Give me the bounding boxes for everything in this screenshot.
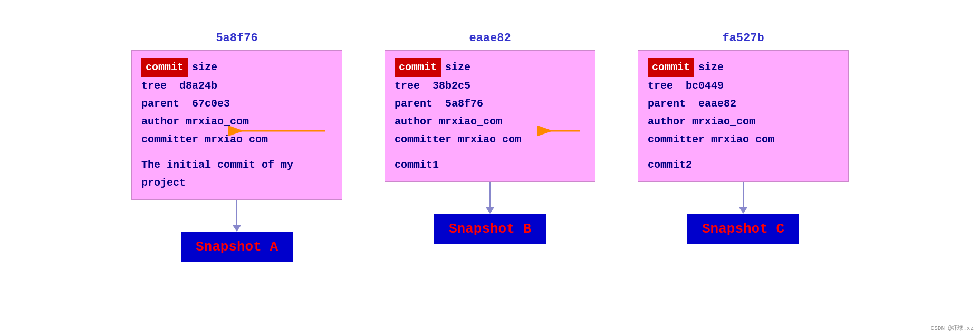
committer-key-3: committer (648, 133, 705, 146)
arrow-down-3 (743, 182, 744, 214)
size-label-2: size (445, 61, 470, 73)
author-val-3: mrxiao_com (692, 116, 755, 128)
watermark: CSDN @虾球.xz (931, 324, 974, 332)
commit-box-2-committer: committer mrxiao_com (395, 131, 585, 149)
tree-val-3: bc0449 (686, 80, 724, 92)
commit-message-1: The initial commit of my project (141, 156, 332, 192)
commit-box-2-tree: tree 38b2c5 (395, 77, 585, 95)
author-key-2: author (395, 116, 433, 128)
parent-key-2: parent (395, 98, 433, 110)
diagram-container: 5a8f76 commitsize tree d8a24b parent 67c… (0, 0, 980, 262)
committer-key-1: committer (141, 133, 198, 146)
snapshot-box-2: Snapshot B (434, 214, 546, 244)
commit-box-3-tree: tree bc0449 (648, 77, 839, 95)
parent-key-1: parent (141, 98, 179, 110)
commit-box-3-committer: committer mrxiao_com (648, 131, 839, 149)
commit-box-3-line1: commitsize (648, 58, 839, 77)
parent-val-2: 5a8f76 (445, 98, 483, 110)
commit-box-1-committer: committer mrxiao_com (141, 131, 332, 149)
commit-box-2-parent: parent 5a8f76 (395, 95, 585, 113)
arrow-down-head-1 (233, 225, 241, 232)
commit-hash-3: fa527b (722, 32, 764, 45)
commit-box-1-line1: commitsize (141, 58, 332, 77)
commit-box-1-parent: parent 67c0e3 (141, 95, 332, 113)
commit-box-2-line1: commitsize (395, 58, 585, 77)
commit-hash-1: 5a8f76 (216, 32, 257, 45)
commit-column-3: fa527b commitsize tree bc0449 parent eaa… (638, 32, 849, 244)
parent-val-3: eaae82 (698, 98, 736, 110)
commit-message-3: commit2 (648, 156, 839, 174)
snapshot-box-1: Snapshot A (181, 232, 293, 262)
commit-label-2: commit (395, 58, 441, 77)
snapshot-box-3: Snapshot C (687, 214, 799, 244)
author-key-3: author (648, 116, 686, 128)
commit-box-3-parent: parent eaae82 (648, 95, 839, 113)
committer-val-1: mrxiao_com (205, 133, 268, 146)
arrow-down-head-2 (486, 207, 494, 214)
arrow-down-2 (489, 182, 491, 214)
commit-label-3: commit (648, 58, 694, 77)
commit-box-1-tree: tree d8a24b (141, 77, 332, 95)
parent-val-1: 67c0e3 (192, 98, 230, 110)
commit-box-1-author: author mrxiao_com (141, 113, 332, 131)
committer-key-2: committer (395, 133, 451, 146)
arrow-down-line-2 (489, 182, 491, 207)
arrow-down-line-3 (743, 182, 744, 207)
tree-val-1: d8a24b (179, 80, 217, 92)
commit-label-1: commit (141, 58, 188, 77)
commit-column-1: 5a8f76 commitsize tree d8a24b parent 67c… (131, 32, 342, 262)
committer-val-3: mrxiao_com (711, 133, 774, 146)
commit-column-2: eaae82 commitsize tree 38b2c5 parent 5a8… (385, 32, 595, 244)
tree-key-1: tree (141, 80, 167, 92)
arrow-down-head-3 (739, 207, 747, 214)
commit-box-3: commitsize tree bc0449 parent eaae82 aut… (638, 50, 849, 182)
author-key-1: author (141, 116, 179, 128)
author-val-1: mrxiao_com (186, 116, 249, 128)
parent-key-3: parent (648, 98, 686, 110)
commit-box-1: commitsize tree d8a24b parent 67c0e3 aut… (131, 50, 342, 200)
commit-box-2-author: author mrxiao_com (395, 113, 585, 131)
commit-box-3-author: author mrxiao_com (648, 113, 839, 131)
tree-key-3: tree (648, 80, 673, 92)
size-label-1: size (192, 61, 217, 73)
commit-hash-2: eaae82 (469, 32, 511, 45)
size-label-3: size (698, 61, 724, 73)
author-val-2: mrxiao_com (439, 116, 502, 128)
tree-key-2: tree (395, 80, 420, 92)
commit-box-2: commitsize tree 38b2c5 parent 5a8f76 aut… (385, 50, 595, 182)
tree-val-2: 38b2c5 (433, 80, 470, 92)
committer-val-2: mrxiao_com (458, 133, 521, 146)
arrow-down-line-1 (236, 200, 237, 225)
commit-message-2: commit1 (395, 156, 585, 174)
arrow-down-1 (236, 200, 237, 232)
